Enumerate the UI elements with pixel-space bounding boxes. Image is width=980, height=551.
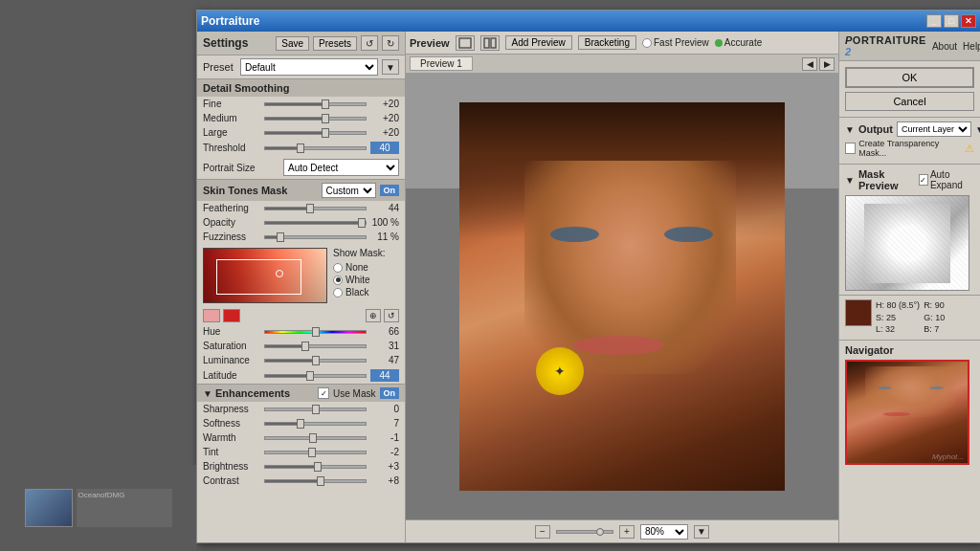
enh-controls: ✓ Use Mask On <box>318 387 399 399</box>
portrait-size-select[interactable]: Auto Detect <box>283 159 399 176</box>
brightness-slider[interactable] <box>264 465 367 469</box>
contrast-slider[interactable] <box>264 479 367 483</box>
fuzziness-slider[interactable] <box>264 235 367 239</box>
saturation-label: Saturation <box>203 341 260 351</box>
auto-expand-checkbox[interactable]: ✓ <box>919 174 928 186</box>
minimize-button[interactable]: _ <box>926 14 942 28</box>
preset-select[interactable]: Default <box>240 58 378 76</box>
tab-next-btn[interactable]: ▶ <box>819 57 835 71</box>
enh-on-badge: On <box>380 387 400 399</box>
white-label: White <box>345 275 370 285</box>
color-r: R: 90 <box>924 299 945 312</box>
mask-preview-image <box>845 195 969 291</box>
output-header: ▼ Output Current Layer ▼ <box>845 121 974 137</box>
bracketing-button[interactable]: Bracketing <box>578 35 636 50</box>
brightness-label: Brightness <box>203 461 260 472</box>
window-title: Portraiture <box>201 14 259 28</box>
add-preview-button[interactable]: Add Preview <box>505 35 572 50</box>
transparency-checkbox[interactable] <box>845 143 856 154</box>
threshold-slider[interactable] <box>264 146 367 150</box>
tint-slider[interactable] <box>264 451 367 454</box>
watermark-image <box>25 489 73 527</box>
white-radio[interactable] <box>333 276 343 285</box>
fuzziness-label: Fuzziness <box>203 231 260 242</box>
fast-preview-radio-dot[interactable] <box>642 38 652 48</box>
softness-label: Softness <box>203 418 260 429</box>
enhancements-section: ▼ Enhancements ✓ Use Mask On Sharpness 0 <box>197 384 405 488</box>
color-values-rgb: R: 90 G: 10 B: 7 <box>924 299 945 336</box>
navigator-section: Navigator Myphot... <box>839 340 980 469</box>
fast-preview-radio[interactable]: Fast Preview <box>642 37 709 48</box>
enh-collapse-icon[interactable]: ▼ <box>203 388 212 399</box>
fine-label: Fine <box>203 99 260 109</box>
saturation-slider[interactable] <box>264 344 367 348</box>
warmth-slider[interactable] <box>264 436 367 440</box>
zoom-in-btn[interactable]: + <box>619 525 635 539</box>
contrast-row: Contrast +8 <box>197 474 405 488</box>
swatch-pink[interactable] <box>203 309 220 322</box>
none-radio-row: None <box>333 262 385 273</box>
zoom-out-btn[interactable]: − <box>535 525 550 539</box>
close-button[interactable]: ✕ <box>961 14 976 28</box>
mask-preview-section: ▼ Mask Preview ✓ Auto Expand <box>839 164 980 295</box>
presets-button[interactable]: Presets <box>313 36 357 51</box>
output-select[interactable]: Current Layer <box>897 121 971 137</box>
sharpness-slider[interactable] <box>264 408 367 411</box>
svg-rect-1 <box>484 38 489 48</box>
preset-dropdown-btn[interactable]: ▼ <box>382 59 399 75</box>
reset-button[interactable]: ↺ <box>384 309 399 322</box>
ok-button[interactable]: OK <box>845 67 974 88</box>
zoom-dropdown-btn[interactable]: ▼ <box>694 525 709 539</box>
large-slider[interactable] <box>264 131 367 135</box>
opacity-slider[interactable] <box>264 221 367 225</box>
hue-label: Hue <box>203 326 260 337</box>
cancel-button[interactable]: Cancel <box>845 92 974 111</box>
eyedropper-button[interactable]: ⊕ <box>366 309 381 322</box>
preset-label: Preset <box>203 61 236 73</box>
none-radio[interactable] <box>333 263 343 273</box>
use-mask-checkbox[interactable]: ✓ <box>318 387 329 399</box>
contrast-label: Contrast <box>203 475 260 486</box>
swatch-red[interactable] <box>223 309 240 322</box>
split-view-btn[interactable] <box>480 35 500 51</box>
color-s: S: 25 <box>876 312 920 324</box>
medium-slider[interactable] <box>264 117 367 121</box>
black-radio[interactable] <box>333 288 343 298</box>
preset-row: Preset Default ▼ <box>197 55 405 78</box>
color-selector[interactable] <box>276 270 283 277</box>
mask-collapse-icon[interactable]: ▼ <box>845 175 855 186</box>
help-link[interactable]: Help <box>963 41 980 52</box>
black-label: Black <box>345 287 368 298</box>
fine-slider[interactable] <box>264 102 367 106</box>
color-picker-area: Show Mask: None White Black <box>203 248 399 303</box>
show-mask-area: Show Mask: None White Black <box>333 248 385 303</box>
undo-button[interactable]: ↺ <box>361 35 378 51</box>
zoom-slider-track[interactable] <box>556 530 613 534</box>
hue-slider[interactable] <box>264 330 367 334</box>
latitude-slider[interactable] <box>264 374 367 378</box>
preview-tab-1[interactable]: Preview 1 <box>410 56 473 71</box>
navigator-image[interactable]: Myphot... <box>845 360 969 465</box>
output-collapse-icon[interactable]: ▼ <box>845 124 855 135</box>
warmth-row: Warmth -1 <box>197 430 405 445</box>
feathering-slider[interactable] <box>264 207 367 210</box>
color-gradient[interactable] <box>203 248 327 303</box>
output-dropdown-icon[interactable]: ▼ <box>975 124 980 135</box>
sharpness-label: Sharpness <box>203 404 260 414</box>
accurate-radio[interactable]: Accurate <box>715 37 762 48</box>
skin-custom-select[interactable]: Custom <box>322 183 376 198</box>
about-link[interactable]: About <box>932 41 957 52</box>
save-button[interactable]: Save <box>276 36 309 51</box>
header-buttons: Save Presets ↺ ↻ <box>276 35 399 51</box>
maximize-button[interactable]: □ <box>944 14 959 28</box>
single-view-btn[interactable] <box>456 35 475 51</box>
softness-slider[interactable] <box>264 422 367 426</box>
mask-preview-title: Mask Preview <box>858 168 915 191</box>
zoom-select[interactable]: 80% 100% <box>640 524 688 540</box>
preview-bottom: − + 80% 100% ▼ <box>406 519 838 542</box>
fast-preview-label: Fast Preview <box>654 37 709 48</box>
tab-prev-btn[interactable]: ◀ <box>802 57 817 71</box>
redo-button[interactable]: ↻ <box>382 35 399 51</box>
skin-tones-title: Skin Tones Mask <box>203 185 287 196</box>
luminance-slider[interactable] <box>264 359 367 363</box>
